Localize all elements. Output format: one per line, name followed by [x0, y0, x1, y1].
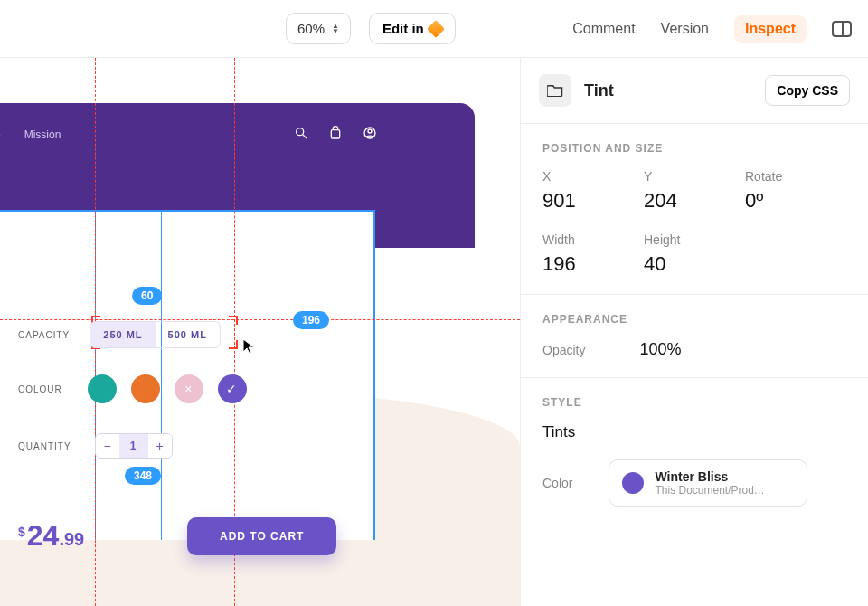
svg-point-4: [368, 129, 372, 133]
nav-item[interactable]: Mission: [24, 128, 61, 141]
top-bar: 60% ▲▼ Edit in Comment Version Inspect: [0, 0, 868, 58]
opacity-value: 100%: [639, 340, 681, 359]
copy-css-button[interactable]: Copy CSS: [765, 75, 850, 106]
prop-rotate: Rotate0º: [745, 169, 846, 213]
section-title: STYLE: [542, 396, 846, 409]
cursor-icon: [242, 338, 255, 355]
top-tabs: Comment Version Inspect: [572, 15, 868, 43]
measure-badge-top: 60: [132, 287, 162, 305]
colour-swatch[interactable]: ✓: [218, 374, 247, 403]
capacity-segmented[interactable]: 250 ML 500 ML: [90, 321, 221, 348]
prop-x: X901: [542, 169, 644, 213]
selection-corner: [229, 316, 238, 325]
svg-line-1: [303, 135, 307, 138]
capacity-option[interactable]: 500 ML: [156, 322, 220, 347]
section-title: APPEARANCE: [542, 313, 846, 326]
qty-plus-button[interactable]: +: [148, 434, 172, 458]
color-label: Color: [542, 476, 572, 490]
chip-name: Winter Bliss: [655, 469, 764, 484]
selection-corner: [229, 340, 238, 349]
inspector-panel: Tint Copy CSS POSITION AND SIZE X901 Y20…: [520, 58, 868, 606]
qty-value: 1: [119, 434, 148, 458]
section-appearance: APPEARANCE Opacity 100%: [521, 295, 868, 378]
section-title: POSITION AND SIZE: [542, 142, 846, 155]
price-minor: .99: [59, 529, 84, 550]
svg-rect-2: [331, 130, 339, 138]
opacity-row: Opacity 100%: [542, 340, 846, 359]
dual-pane-icon[interactable]: [832, 21, 852, 37]
asset-name: Tint: [584, 81, 614, 100]
prop-height: Height40: [644, 232, 745, 276]
measure-badge-bottom: 348: [125, 467, 161, 485]
colour-swatch[interactable]: [131, 374, 160, 403]
capacity-option[interactable]: 250 ML: [90, 322, 155, 347]
prop-y: Y204: [644, 169, 745, 213]
edit-label: Edit in: [382, 21, 424, 36]
position-grid: X901 Y204 Rotate0º Width196 Height40: [542, 169, 846, 276]
stepper-icon: ▲▼: [332, 24, 339, 34]
hero-icons: [294, 126, 377, 140]
bag-icon[interactable]: [328, 126, 343, 140]
zoom-value: 60%: [297, 21, 325, 36]
hero-nav: rate Mission: [0, 128, 61, 141]
style-value: Tints: [542, 423, 846, 441]
user-icon[interactable]: [363, 126, 377, 140]
capacity-row: CAPACITY 250 ML 500 ML: [18, 321, 221, 348]
color-dot: [622, 472, 644, 494]
nav-item[interactable]: rate: [0, 128, 1, 141]
search-icon[interactable]: [294, 126, 308, 140]
section-position: POSITION AND SIZE X901 Y204 Rotate0º Wid…: [521, 124, 868, 295]
section-style: STYLE Tints Color Winter Bliss This Docu…: [521, 378, 868, 525]
folder-icon: [539, 74, 571, 107]
tab-version[interactable]: Version: [661, 21, 709, 37]
quantity-stepper[interactable]: − 1 +: [95, 433, 173, 459]
chip-text: Winter Bliss This Document/Prod…: [655, 469, 764, 497]
canvas[interactable]: rate Mission 60 196 348 CAPACITY 250 ML: [0, 58, 520, 606]
edit-in-button[interactable]: Edit in: [369, 13, 456, 44]
colour-swatches: × ✓: [88, 374, 247, 403]
guide-h: [0, 319, 520, 320]
chip-sub: This Document/Prod…: [655, 484, 764, 497]
app-body: rate Mission 60 196 348 CAPACITY 250 ML: [0, 58, 868, 606]
svg-point-0: [297, 128, 304, 136]
measure-badge-width: 196: [293, 311, 329, 329]
price-major: 24: [27, 519, 60, 553]
tab-inspect[interactable]: Inspect: [734, 15, 807, 43]
prop-width: Width196: [542, 232, 644, 276]
color-chip[interactable]: Winter Bliss This Document/Prod…: [609, 459, 807, 507]
qty-minus-button[interactable]: −: [96, 434, 119, 458]
zoom-control[interactable]: 60% ▲▼: [286, 13, 351, 44]
sketch-icon: [427, 20, 445, 38]
add-to-cart-button[interactable]: ADD TO CART: [187, 517, 336, 555]
colour-label: COLOUR: [18, 384, 62, 394]
price: $ 24 .99: [18, 519, 84, 553]
tab-comment[interactable]: Comment: [572, 21, 635, 37]
quantity-label: QUANTITY: [18, 441, 71, 451]
quantity-row: QUANTITY − 1 +: [18, 433, 173, 459]
colour-row: COLOUR × ✓: [18, 374, 247, 403]
inspector-header: Tint Copy CSS: [521, 58, 868, 124]
capacity-label: CAPACITY: [18, 330, 70, 340]
opacity-label: Opacity: [542, 343, 585, 357]
colour-swatch[interactable]: [88, 374, 117, 403]
color-row: Color Winter Bliss This Document/Prod…: [542, 459, 846, 507]
colour-swatch[interactable]: ×: [175, 374, 203, 403]
price-currency: $: [18, 525, 25, 539]
